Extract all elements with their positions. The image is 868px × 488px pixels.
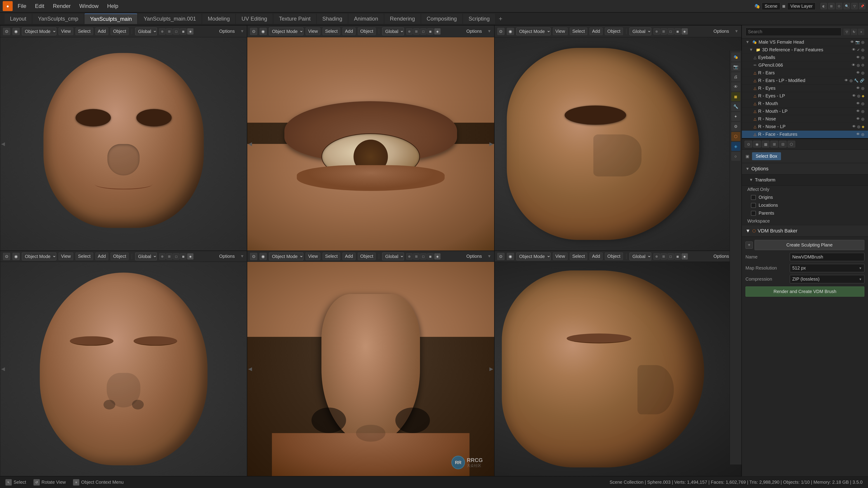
tc-options-btn[interactable]: Options	[463, 28, 485, 35]
tab-yansculpts-main[interactable]: YanSculpts_main	[85, 13, 137, 24]
tl-mode-select[interactable]: Object Mode	[22, 28, 56, 35]
bc-btn2[interactable]: ⊞	[413, 253, 420, 260]
tl-options-btn[interactable]: Options	[216, 28, 238, 35]
br-view-btn[interactable]: View	[553, 253, 567, 260]
tab-texture-paint[interactable]: Texture Paint	[274, 14, 316, 24]
bc-btn5[interactable]: ◈	[434, 253, 440, 260]
bc-mode-select[interactable]: Object Mode	[269, 253, 303, 260]
r-mouth-render[interactable]: ◎	[861, 101, 864, 106]
scene-vis-eye[interactable]: 👁	[850, 40, 854, 44]
header-pin[interactable]: 📌	[859, 3, 865, 9]
r-face-render[interactable]: ◎	[861, 132, 864, 136]
bl-btn4[interactable]: ◼	[180, 253, 186, 260]
tr-add-btn[interactable]: Add	[590, 28, 602, 35]
vdm-header[interactable]: ▼ ⬡ VDM Brush Baker	[742, 225, 868, 237]
properties-world-icon[interactable]: ○	[731, 152, 740, 161]
tc-btn1[interactable]: ⊕	[406, 28, 412, 35]
outliner-item-r-face[interactable]: △ R - Face - Features 👁 ◎	[742, 131, 868, 138]
r-mouth-lp-eye[interactable]: 👁	[856, 109, 860, 113]
r-mouth-lp-render[interactable]: ◎	[861, 109, 864, 113]
properties-object-icon[interactable]: ◼	[731, 92, 740, 101]
render-vdm-btn[interactable]: Render and Create VDM Brush	[745, 287, 864, 297]
properties-output-icon[interactable]: 🖨	[731, 72, 740, 81]
outliner-scene-name[interactable]: ▼ 🎭 Male VS Female Head 👁 📷 ◎	[742, 38, 868, 46]
add-plane-btn[interactable]: +	[745, 241, 753, 249]
bl-btn5[interactable]: ◈	[187, 253, 193, 260]
bl-select-btn[interactable]: Select	[75, 253, 93, 260]
blender-logo[interactable]: ●	[3, 1, 13, 11]
options-section-header[interactable]: ▼ Options	[742, 163, 868, 175]
r-mouth-eye[interactable]: 👁	[856, 101, 860, 106]
bc-btn1[interactable]: ⊕	[406, 253, 412, 260]
prop-icon-5[interactable]: ⊟	[779, 141, 786, 148]
menu-edit[interactable]: Edit	[31, 2, 48, 11]
tr-select-btn[interactable]: Select	[570, 28, 587, 35]
br-btn4[interactable]: ◼	[675, 253, 681, 260]
outliner-item-r-ears[interactable]: △ R - Ears 👁 ◎	[742, 69, 868, 77]
scene-vis-render[interactable]: ◎	[861, 40, 864, 44]
select-box-btn[interactable]: Select Box	[752, 152, 781, 160]
bl-options-btn[interactable]: Options	[216, 253, 238, 260]
r-eyes-eye[interactable]: 👁	[856, 86, 860, 90]
bl-mode-select[interactable]: Object Mode	[22, 253, 56, 260]
bl-btn3[interactable]: ◻	[173, 253, 180, 260]
prop-icon-4[interactable]: ⊞	[770, 141, 778, 148]
r-ears-eye[interactable]: 👁	[856, 71, 860, 75]
outliner-item-r-mouth[interactable]: △ R - Mouth 👁 ◎	[742, 100, 868, 107]
br-object-btn[interactable]: Object	[605, 253, 623, 260]
bc-object-btn[interactable]: Object	[358, 253, 376, 260]
bc-select-btn[interactable]: Select	[322, 253, 340, 260]
tab-uv-editing[interactable]: UV Editing	[236, 14, 272, 24]
prop-icon-6[interactable]: ⬡	[787, 141, 795, 148]
tab-yansculpts-main-001[interactable]: YanSculpts_main.001	[138, 14, 202, 24]
bc-left-arrow[interactable]: ◀	[248, 366, 252, 372]
menu-help[interactable]: Help	[103, 2, 122, 11]
tr-btn4[interactable]: ◼	[675, 28, 681, 35]
create-plane-btn[interactable]: Create Sculpting Plane	[754, 240, 864, 250]
bl-transform-select[interactable]: Global	[135, 253, 157, 260]
tr-transform-select[interactable]: Global	[629, 28, 651, 35]
header-btn-2[interactable]: ⊞	[828, 3, 835, 9]
tl-view-btn[interactable]: View	[59, 28, 73, 35]
tab-modeling[interactable]: Modeling	[202, 14, 235, 24]
r-face-eye[interactable]: 👁	[856, 132, 860, 136]
tc-right-arrow[interactable]: ▶	[489, 141, 493, 147]
br-mode-icon[interactable]: ⊙	[497, 253, 504, 260]
tab-animation[interactable]: Animation	[348, 14, 383, 24]
bl-add-btn[interactable]: Add	[95, 253, 108, 260]
bc-mode-icon[interactable]: ⊙	[250, 253, 257, 260]
menu-file[interactable]: File	[14, 2, 30, 11]
bc-add-btn[interactable]: Add	[342, 253, 355, 260]
tr-options-btn[interactable]: Options	[710, 28, 732, 35]
br-options-btn[interactable]: Options	[710, 253, 732, 260]
bl-render-icon[interactable]: ◉	[12, 253, 20, 260]
br-btn5[interactable]: ◈	[682, 253, 688, 260]
tr-btn2[interactable]: ⊞	[660, 28, 667, 35]
gpencil-render[interactable]: ◎	[857, 63, 860, 67]
tc-object-btn[interactable]: Object	[358, 28, 376, 35]
viewport-canvas-bc[interactable]: RR RRCG 大众社区 ◀ ▶	[247, 262, 494, 476]
header-btn-3[interactable]: ⊙	[836, 3, 842, 9]
viewport-canvas-br[interactable]: ▶	[495, 262, 741, 476]
tab-shading[interactable]: Shading	[317, 14, 348, 24]
r-nose-eye[interactable]: 👁	[856, 117, 860, 121]
viewport-canvas-bl[interactable]: ◀	[0, 262, 247, 476]
outliner-filter-icon[interactable]: ▽	[844, 29, 850, 35]
properties-particles-icon[interactable]: ✦	[731, 112, 740, 121]
tr-object-btn[interactable]: Object	[605, 28, 623, 35]
outliner-item-gpencil[interactable]: ✏ GPencil.066 👁 ◎ ⚙	[742, 61, 868, 69]
bc-view-btn[interactable]: View	[306, 253, 320, 260]
tl-left-arrow[interactable]: ◀	[1, 141, 5, 147]
view-layer-name[interactable]: View Layer	[787, 2, 815, 10]
tr-mode-select[interactable]: Object Mode	[516, 28, 551, 35]
scene-vis-cam[interactable]: 📷	[855, 40, 860, 44]
br-btn1[interactable]: ⊕	[653, 253, 660, 260]
3dref-exclude[interactable]: ✓	[857, 48, 860, 52]
properties-scene-icon[interactable]: 🎭	[731, 53, 740, 61]
tl-render-icon[interactable]: ◉	[12, 28, 20, 35]
br-select-btn[interactable]: Select	[570, 253, 587, 260]
bc-btn3[interactable]: ◻	[420, 253, 427, 260]
tc-mode-icon[interactable]: ⊙	[250, 28, 257, 35]
bc-render-icon[interactable]: ◉	[259, 253, 267, 260]
map-res-value[interactable]: 512 px ▼	[790, 264, 864, 272]
